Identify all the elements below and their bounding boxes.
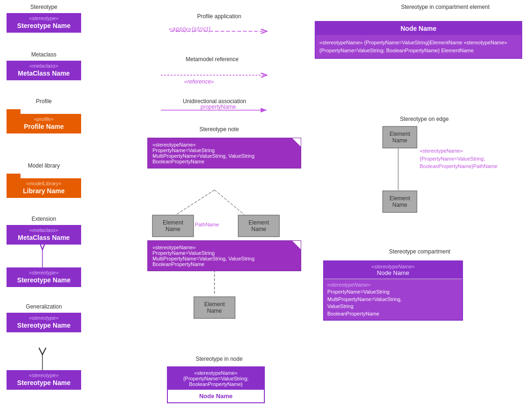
generalization-top-box: «stereotype» Stereotype Name bbox=[7, 313, 81, 332]
extension-metaclass-name: MetaClass Name bbox=[7, 233, 80, 244]
edge-element-1: ElementName bbox=[382, 126, 417, 148]
note-box-2-line2: PropertyName=ValueString bbox=[152, 250, 296, 256]
metamodel-ref-title: Metamodel reference bbox=[159, 56, 266, 63]
stereo-compartment-title: Stereotype compartment bbox=[368, 248, 471, 255]
extension-stereotype-stereo: «stereotype» bbox=[7, 268, 80, 275]
gen-bottom-name: Stereotype Name bbox=[7, 378, 80, 389]
unidirectional-label: propertyName bbox=[200, 104, 236, 110]
stereotype-compartment-box: «stereotypeName» Node Name «stereotypeNa… bbox=[323, 260, 463, 321]
stereo-compartment-header-name: Node Name bbox=[326, 269, 460, 276]
note-box-2-line1: «stereotypeName» bbox=[152, 245, 296, 250]
metaclass-box-stereo: «metaclass» bbox=[7, 62, 80, 69]
note-box-2-line4: BooleanPropertyName bbox=[152, 261, 296, 267]
stereo-compartment-element-title: Stereotype in compartment element bbox=[368, 4, 522, 10]
gen-top-name: Stereotype Name bbox=[7, 321, 80, 331]
stereotype-box: «stereotype» Stereotype Name bbox=[7, 13, 81, 33]
profile-section-title: Profile bbox=[7, 98, 81, 105]
svg-line-7 bbox=[214, 190, 247, 217]
metaclass-box: «metaclass» MetaClass Name bbox=[7, 61, 81, 80]
note-box-1-line1: «stereotypeName» bbox=[152, 142, 296, 147]
compartment-element-body: «stereotypeName» {PropertyName=ValueStri… bbox=[316, 35, 521, 58]
profile-box-stereo: «profile» bbox=[7, 115, 80, 122]
note-box-1: «stereotypeName» PropertyName=ValueStrin… bbox=[147, 138, 301, 168]
stereo-compartment-body-stereo: «stereotypeName» bbox=[327, 281, 459, 288]
profile-app-title: Profile application bbox=[168, 13, 270, 20]
extension-metaclass-stereo: «metaclass» bbox=[7, 226, 80, 233]
note-box-1-line3: MultiPropertyName=ValueString, ValueStri… bbox=[152, 153, 296, 159]
model-library-tab bbox=[7, 174, 21, 178]
note-box-2: «stereotypeName» PropertyName=ValueStrin… bbox=[147, 240, 301, 271]
compartment-element-header: Node Name bbox=[316, 22, 521, 35]
profile-app-label: «apply»{strict} bbox=[169, 26, 211, 32]
stereo-compartment-body-text: PropertyName=ValueString MultiPropertyNa… bbox=[327, 288, 459, 317]
note-element-3: ElementName bbox=[193, 296, 235, 319]
profile-box-name: Profile Name bbox=[7, 122, 80, 133]
extension-section-title: Extension bbox=[7, 216, 81, 222]
stereotype-box-stereo: «stereotype» bbox=[7, 14, 80, 21]
note-box-1-line4: BooleanPropertyName bbox=[152, 159, 296, 164]
model-library-box-stereo: «modelLibrary» bbox=[7, 179, 80, 186]
generalization-bottom-box: «stereotype» Stereotype Name bbox=[7, 370, 81, 390]
stereotype-box-name: Stereotype Name bbox=[7, 21, 80, 32]
note-box-2-line3: MultiPropertyName=ValueString, ValueStri… bbox=[152, 256, 296, 261]
node-top: «stereotypeName»{PropertyName=ValueStrin… bbox=[168, 367, 264, 390]
edge-element-2: ElementName bbox=[382, 190, 417, 213]
profile-tab bbox=[7, 109, 21, 114]
generalization-section-title: Generalization bbox=[7, 303, 81, 310]
extension-stereotype-box: «stereotype» Stereotype Name bbox=[7, 267, 81, 287]
profile-box: «profile» Profile Name bbox=[7, 114, 81, 133]
note-element-2: ElementName bbox=[238, 215, 280, 237]
model-library-section-title: Model library bbox=[7, 162, 81, 169]
stereo-compartment-header: «stereotypeName» Node Name bbox=[324, 261, 462, 279]
extension-metaclass-box: «metaclass» MetaClass Name bbox=[7, 225, 81, 245]
edge-label: «stereotypeName»{PropertyName=ValueStrin… bbox=[420, 147, 497, 170]
stereo-compartment-header-stereo: «stereotypeName» bbox=[326, 264, 460, 269]
stereotype-in-node-title: Stereotype in node bbox=[173, 356, 266, 362]
node-bottom: Node Name bbox=[168, 390, 264, 402]
path-name-label: PathName bbox=[195, 222, 219, 227]
note-box-1-line2: PropertyName=ValueString bbox=[152, 147, 296, 153]
metamodel-ref-label: «reference» bbox=[184, 78, 214, 85]
extension-stereotype-name: Stereotype Name bbox=[7, 275, 80, 286]
compartment-element-box: Node Name «stereotypeName» {PropertyName… bbox=[315, 21, 522, 59]
gen-top-stereo: «stereotype» bbox=[7, 314, 80, 321]
svg-line-6 bbox=[173, 190, 214, 217]
stereo-compartment-body: «stereotypeName» PropertyName=ValueStrin… bbox=[324, 279, 462, 320]
model-library-box-name: Library Name bbox=[7, 186, 80, 197]
metaclass-section-title: Metaclass bbox=[7, 51, 81, 58]
metaclass-box-name: MetaClass Name bbox=[7, 69, 80, 79]
stereotype-section-title: Stereotype bbox=[7, 4, 81, 10]
stereo-on-edge-title: Stereotype on edge bbox=[373, 116, 476, 122]
stereotype-note-title: Stereotype note bbox=[173, 126, 266, 133]
stereotype-in-node-box: «stereotypeName»{PropertyName=ValueStrin… bbox=[167, 366, 265, 403]
gen-bottom-stereo: «stereotype» bbox=[7, 371, 80, 378]
note-element-1: ElementName bbox=[152, 215, 194, 237]
model-library-box: «modelLibrary» Library Name bbox=[7, 178, 81, 198]
